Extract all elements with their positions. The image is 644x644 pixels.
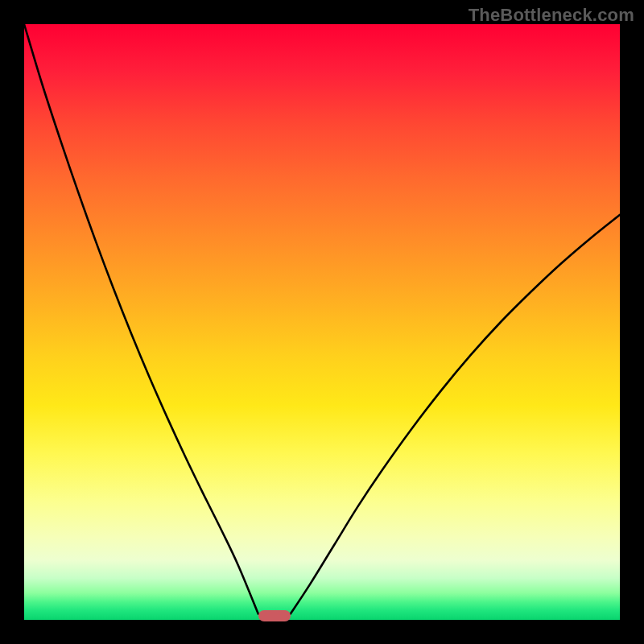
chart-frame: TheBottleneck.com: [0, 0, 644, 644]
left-curve-path: [24, 24, 258, 614]
curve-layer: [24, 24, 620, 620]
min-marker: [258, 610, 291, 621]
right-curve-path: [291, 215, 620, 614]
plot-area: [24, 24, 620, 620]
watermark-text: TheBottleneck.com: [469, 5, 634, 26]
